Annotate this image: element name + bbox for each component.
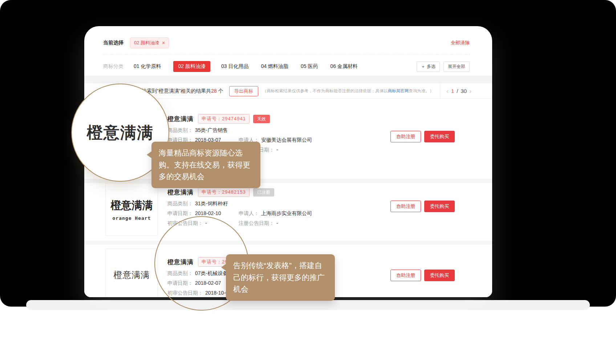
category-item-03[interactable]: 03 日化用品 [221, 63, 248, 70]
category-value: 31类-饲料种籽 [195, 201, 228, 206]
status-badge-registered: 已注册 [253, 188, 274, 197]
trademark-name[interactable]: 橙意满满 [167, 115, 194, 123]
category-item-05[interactable]: 05 医药 [301, 63, 318, 70]
row-divider [84, 240, 492, 245]
applicant-value: 上海雨步实业有限公司 [261, 210, 312, 216]
applicant-label: 申请人： [239, 210, 259, 216]
application-number-value: 29482153 [222, 189, 246, 195]
application-number-value: 29474941 [222, 116, 246, 121]
self-register-button[interactable]: 自助注册 [390, 131, 421, 142]
apply-date-label: 申请日期： [167, 210, 193, 216]
self-register-button[interactable]: 自助注册 [390, 270, 421, 281]
category-item-02-selected[interactable]: 02 颜料油漆 [173, 61, 210, 72]
category-value: 35类-广告销售 [195, 127, 228, 133]
entrust-buy-button[interactable]: 委托购买 [424, 131, 455, 142]
chevron-right-icon[interactable]: › [469, 88, 471, 94]
feature-tooltip-2: 告别传统“发表格”，搭建自己的标行，获得更多的推广机会 [226, 254, 335, 301]
category-item-01[interactable]: 01 化学原料 [134, 63, 161, 70]
clear-all-button[interactable]: 全部清除 [451, 40, 470, 46]
category-label: 商品类别： [167, 127, 193, 133]
current-selection-row: 当前选择 02 颜料油漆 × 全部清除 [103, 36, 470, 49]
trademark-name[interactable]: 橙意满满 [167, 188, 194, 197]
current-selection-label: 当前选择 [103, 40, 123, 46]
category-item-04[interactable]: 04 燃料油脂 [261, 63, 288, 70]
registration-publication-value: - [276, 147, 278, 153]
multi-select-button[interactable]: ＋ 多选 [417, 61, 440, 72]
laptop-base [26, 300, 590, 310]
applicant-value: 安徽美达会展有限公司 [261, 137, 312, 143]
page-total: 30 [461, 88, 467, 94]
trademark-image-2[interactable]: 橙意满满 orange Heart [105, 183, 158, 236]
row-actions-1: 自助注册 委托购买 [390, 131, 455, 142]
category-filter-label: 商标分类 [103, 63, 123, 70]
feature-tooltip-1: 海量精品商标资源随心选购。支持在线交易，获得更多的交易机会 [151, 142, 260, 188]
apply-date-value: 2018-02-10 [195, 210, 221, 216]
selected-filter-tag[interactable]: 02 颜料油漆 × [130, 37, 169, 48]
row-actions-2: 自助注册 委托购买 [390, 201, 455, 212]
pagination: ‹ 1 / 30 › [440, 84, 478, 98]
trademark-image-text: 橙意满满 [111, 198, 153, 213]
trademark-image-3[interactable]: 橙意满满 [105, 248, 158, 297]
disclaimer-text-post: 查询为准。） [409, 89, 434, 93]
page-separator: / [457, 88, 458, 94]
row-divider [84, 179, 492, 183]
expand-all-button[interactable]: 展开全部 [443, 61, 470, 72]
trademark-office-link[interactable]: 商标局官网 [388, 89, 409, 93]
export-trademarks-button[interactable]: 导出商标 [229, 86, 258, 96]
application-number-label: 申请号： [202, 189, 222, 195]
multi-select-label: 多选 [427, 64, 435, 70]
page-background: 当前选择 02 颜料油漆 × 全部清除 商标分类 01 化学原料 02 颜料油漆… [0, 0, 616, 364]
registration-publication-label: 注册公告日期： [239, 220, 274, 226]
entrust-buy-button[interactable]: 委托购买 [424, 270, 455, 281]
disclaimer-text-pre: （商标检索结果仅供参考，不作为商标能否注册的法律依据；具体以 [263, 89, 388, 93]
page-current: 1 [451, 88, 454, 94]
result-row-2: 橙意满满 orange Heart 橙意满满 申请号：29482153 已注册 … [84, 183, 492, 240]
filter-panel: 当前选择 02 颜料油漆 × 全部清除 商标分类 01 化学原料 02 颜料油漆… [84, 26, 492, 76]
close-icon[interactable]: × [162, 40, 165, 45]
results-summary-text: 检索到“橙意满满”相关的结果共 [142, 88, 211, 94]
results-count: 28 [211, 88, 217, 94]
self-register-button[interactable]: 自助注册 [390, 201, 421, 212]
row-actions-3: 自助注册 委托购买 [390, 270, 455, 281]
disclaimer: （商标检索结果仅供参考，不作为商标能否注册的法律依据；具体以商标局官网查询为准。… [263, 88, 434, 94]
application-number-label: 申请号： [202, 116, 222, 121]
trademark-image-text: 橙意满满 [114, 269, 150, 281]
category-row: 商标分类 01 化学原料 02 颜料油漆 03 日化用品 04 燃料油脂 05 … [103, 60, 470, 73]
dashed-divider [103, 54, 470, 55]
registration-publication-value: - [276, 220, 278, 226]
magnified-trademark-text: 橙意满满 [87, 122, 154, 143]
results-unit: 个 [218, 88, 223, 94]
category-label: 商品类别： [167, 201, 193, 206]
plus-icon: ＋ [421, 64, 425, 70]
entrust-buy-button[interactable]: 委托购买 [424, 201, 455, 212]
trademark-image-subtext: orange Heart [113, 215, 151, 221]
section-gap [84, 76, 492, 84]
chevron-left-icon[interactable]: ‹ [446, 88, 449, 94]
application-number-tag: 申请号：29474941 [198, 114, 250, 124]
status-badge-invalid: 无效 [253, 115, 270, 123]
selected-filter-text: 02 颜料油漆 [134, 40, 159, 46]
category-item-06[interactable]: 06 金属材料 [330, 63, 357, 70]
results-summary: 检索到“橙意满满”相关的结果共28 个 [142, 88, 223, 94]
application-number-tag: 申请号：29482153 [198, 187, 250, 197]
